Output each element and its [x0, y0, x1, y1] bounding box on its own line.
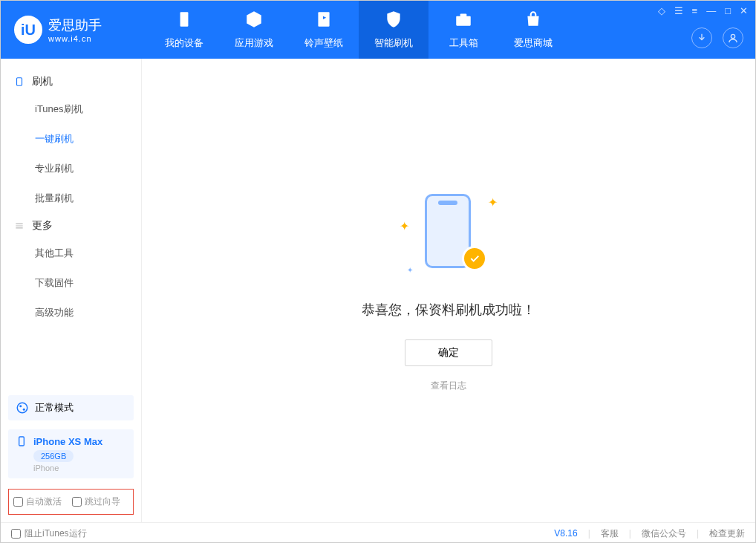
nav-label: 智能刷机: [374, 36, 413, 50]
block-itunes-check[interactable]: 阻止iTunes运行: [11, 527, 87, 540]
sparkle-icon: ✦: [407, 266, 413, 274]
option-checks: 自动激活 跳过向导: [8, 489, 134, 515]
svg-rect-5: [17, 78, 22, 86]
nav-flash[interactable]: 智能刷机: [359, 1, 428, 59]
list-icon[interactable]: ≡: [692, 5, 698, 16]
download-button[interactable]: [691, 27, 712, 48]
mode-box[interactable]: 正常模式: [8, 395, 134, 420]
svg-rect-0: [180, 12, 189, 27]
toolbox-icon: [454, 10, 473, 33]
svg-point-4: [731, 34, 734, 38]
main-content: ✦ ✦ ✦ 恭喜您，保资料刷机成功啦！ 确定 查看日志: [142, 59, 755, 522]
sidebar-item-batch-flash[interactable]: 批量刷机: [1, 183, 141, 213]
nav-label: 铃声壁纸: [304, 36, 343, 50]
view-log-link[interactable]: 查看日志: [431, 380, 466, 392]
logo-area: iU 爱思助手 www.i4.cn: [1, 16, 149, 44]
section-flash-title: 刷机: [1, 69, 141, 94]
more-icon: [14, 221, 25, 231]
sparkle-icon: ✦: [488, 195, 498, 209]
check-badge-icon: [462, 246, 487, 271]
footer-link-support[interactable]: 客服: [601, 527, 619, 540]
logo-icon: iU: [14, 16, 42, 44]
device-small-icon: [16, 435, 27, 447]
close-button[interactable]: ✕: [740, 5, 748, 16]
cube-icon: [244, 10, 264, 33]
svg-point-8: [23, 409, 25, 411]
sidebar-item-download-firmware[interactable]: 下载固件: [1, 268, 141, 298]
footer-link-update[interactable]: 检查更新: [709, 527, 745, 540]
music-icon: [314, 10, 333, 33]
skip-guide-check[interactable]: 跳过向导: [72, 495, 120, 508]
menu-icon[interactable]: ☰: [674, 5, 683, 16]
header: iU 爱思助手 www.i4.cn 我的设备 应用游戏 铃声壁纸 智能刷机 工具…: [1, 1, 755, 59]
sidebar-item-advanced[interactable]: 高级功能: [1, 298, 141, 328]
svg-rect-9: [19, 437, 25, 446]
nav-label: 应用游戏: [235, 36, 273, 50]
svg-rect-3: [460, 13, 467, 16]
app-url: www.i4.cn: [48, 34, 102, 43]
sidebar: 刷机 iTunes刷机 一键刷机 专业刷机 批量刷机 更多 其他工具 下载固件 …: [1, 59, 142, 522]
sidebar-item-itunes-flash[interactable]: iTunes刷机: [1, 94, 141, 124]
header-actions: [691, 27, 743, 48]
window-controls: ◇ ☰ ≡ — □ ✕: [658, 5, 748, 16]
nav-store[interactable]: 爱思商城: [498, 1, 568, 59]
shirt-icon[interactable]: ◇: [658, 5, 665, 16]
mode-label: 正常模式: [35, 401, 74, 414]
auto-activate-check[interactable]: 自动激活: [13, 495, 62, 508]
minimize-button[interactable]: —: [706, 5, 716, 16]
svg-rect-2: [456, 16, 471, 26]
device-icon: [175, 10, 194, 33]
device-name: iPhone XS Max: [33, 436, 102, 447]
top-nav: 我的设备 应用游戏 铃声壁纸 智能刷机 工具箱 爱思商城: [149, 1, 568, 59]
svg-point-7: [19, 405, 22, 407]
nav-label: 爱思商城: [514, 36, 553, 50]
nav-my-device[interactable]: 我的设备: [149, 1, 219, 59]
svg-rect-1: [318, 12, 329, 27]
footer-link-wechat[interactable]: 微信公众号: [642, 527, 686, 540]
nav-apps[interactable]: 应用游戏: [219, 1, 289, 59]
sparkle-icon: ✦: [400, 219, 409, 233]
phone-icon: [14, 77, 25, 87]
app-title: 爱思助手: [48, 16, 102, 34]
sidebar-item-other-tools[interactable]: 其他工具: [1, 238, 141, 268]
mode-icon: [16, 401, 29, 414]
footer: 阻止iTunes运行 V8.16 | 客服 | 微信公众号 | 检查更新: [1, 522, 755, 543]
nav-toolbox[interactable]: 工具箱: [428, 1, 498, 59]
section-more-title: 更多: [1, 213, 141, 238]
device-box[interactable]: iPhone XS Max 256GB iPhone: [8, 429, 134, 478]
version-label: V8.16: [554, 528, 577, 539]
user-button[interactable]: [723, 27, 743, 48]
shield-icon: [384, 10, 403, 33]
ok-button[interactable]: 确定: [405, 339, 492, 366]
nav-label: 工具箱: [449, 36, 478, 50]
success-illustration: ✦ ✦ ✦: [397, 189, 501, 279]
nav-label: 我的设备: [165, 36, 203, 50]
maximize-button[interactable]: □: [725, 5, 731, 16]
storage-badge: 256GB: [33, 450, 74, 462]
bag-icon: [524, 10, 543, 33]
nav-ringtones[interactable]: 铃声壁纸: [289, 1, 359, 59]
device-type: iPhone: [33, 464, 59, 472]
sidebar-item-pro-flash[interactable]: 专业刷机: [1, 154, 141, 183]
sidebar-item-oneclick-flash[interactable]: 一键刷机: [1, 124, 141, 154]
success-message: 恭喜您，保资料刷机成功啦！: [362, 301, 535, 319]
svg-point-6: [17, 403, 27, 413]
